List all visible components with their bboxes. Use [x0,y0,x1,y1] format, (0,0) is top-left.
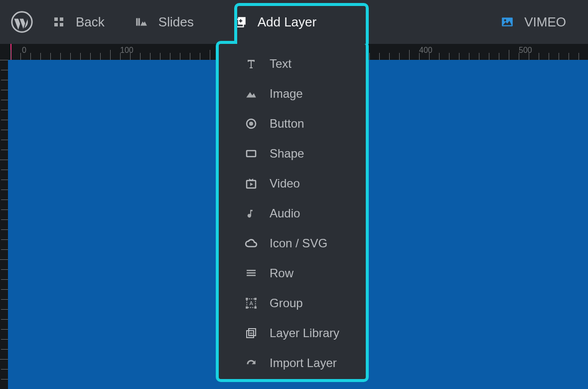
video-icon [244,176,259,191]
slides-label: Slides [158,14,194,30]
ruler-label: 400 [419,46,433,55]
dd-label: Audio [270,206,300,220]
add-layer-dropdown: Text Image Button Shape Video Audio Icon… [219,44,366,379]
add-layer-text[interactable]: Text [219,49,366,79]
dd-label: Import Layer [270,356,337,370]
slides-button[interactable]: Slides [120,0,209,44]
dd-label: Row [270,266,294,280]
radio-icon [244,116,259,131]
ruler-label: 100 [120,46,134,55]
group-icon [244,296,259,311]
vertical-ruler [0,44,8,389]
picture-icon [500,15,514,29]
rows-icon [244,266,259,281]
grid-icon [52,15,66,29]
dd-label: Image [270,87,303,101]
dd-label: Group [270,296,303,310]
add-layer-group[interactable]: Group [219,288,366,318]
add-layer-icon [234,15,248,29]
add-layer-icon-svg[interactable]: Icon / SVG [219,228,366,258]
top-toolbar: Back Slides Add Layer VIMEO [0,0,588,44]
ruler-label: 500 [519,46,532,55]
add-layer-row[interactable]: Row [219,258,366,288]
dd-label: Text [270,57,292,71]
vimeo-label: VIMEO [524,14,566,30]
add-layer-button[interactable]: Add Layer [209,0,339,44]
audio-icon [244,206,259,221]
dd-label: Layer Library [270,326,339,340]
cloud-icon [244,236,259,251]
slides-icon [135,15,148,29]
back-button[interactable]: Back [37,0,120,44]
shape-icon [244,146,259,161]
add-layer-image[interactable]: Image [219,79,366,109]
text-icon [244,56,259,71]
dd-label: Icon / SVG [270,236,327,250]
add-layer-audio[interactable]: Audio [219,198,366,228]
wordpress-logo-button[interactable] [7,7,37,37]
add-layer-button-item[interactable]: Button [219,109,366,139]
add-layer-video[interactable]: Video [219,169,366,198]
add-layer-import[interactable]: Import Layer [219,348,366,378]
vimeo-button[interactable]: VIMEO [485,0,588,44]
library-icon [244,326,259,341]
back-label: Back [76,14,105,30]
ruler-label: 0 [22,46,26,55]
image-icon [244,86,259,101]
dd-label: Video [270,177,300,191]
add-layer-label: Add Layer [258,14,317,30]
add-layer-shape[interactable]: Shape [219,139,366,169]
dd-label: Button [270,117,304,131]
import-icon [244,356,259,371]
dd-label: Shape [270,147,304,161]
add-layer-library[interactable]: Layer Library [219,318,366,348]
